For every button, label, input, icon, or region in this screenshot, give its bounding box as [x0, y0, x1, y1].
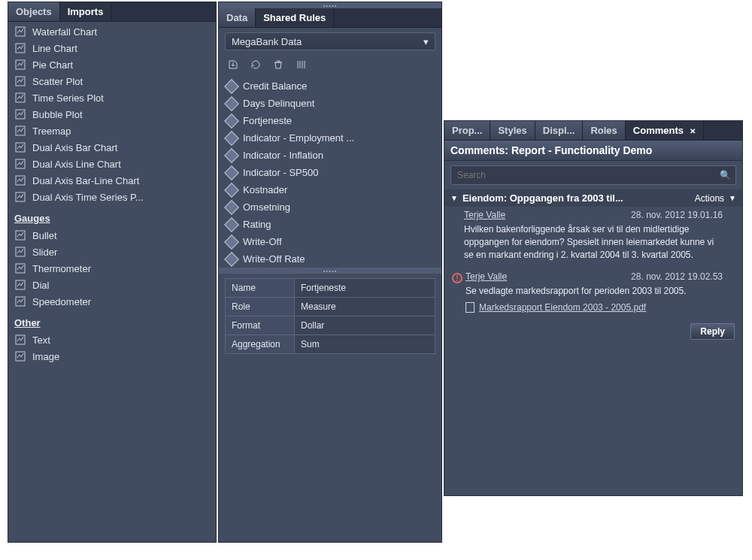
object-item[interactable]: Bubble Plot [8, 106, 216, 123]
thermometer-icon [14, 262, 26, 274]
data-item[interactable]: Omsetning [219, 198, 441, 216]
data-item[interactable]: Write-Off [219, 233, 441, 250]
comments-search[interactable]: 🔍 [450, 165, 736, 185]
object-item[interactable]: Thermometer [8, 260, 216, 277]
data-item[interactable]: Fortjeneste [219, 112, 441, 129]
properties-table: NameFortjenesteRoleMeasureFormatDollarAg… [225, 278, 435, 354]
export-icon[interactable] [226, 58, 240, 71]
prop-value[interactable]: Measure [295, 298, 435, 316]
columns-icon[interactable] [294, 58, 308, 71]
data-item-label: Indicator - SP500 [243, 167, 318, 178]
tab-shared-rules[interactable]: Shared Rules [256, 8, 334, 27]
prop-value[interactable]: Fortjeneste [295, 279, 435, 297]
thread-title: Eiendom: Oppgangen fra 2003 til... [462, 192, 689, 204]
tag-icon [224, 96, 239, 111]
object-item[interactable]: Dial [8, 277, 216, 293]
tab-properties[interactable]: Prop... [444, 121, 490, 140]
data-item[interactable]: Indicator - Employment ... [219, 129, 441, 147]
object-item[interactable]: Slider [8, 244, 216, 260]
thread-header[interactable]: ▼ Eiendom: Oppgangen fra 2003 til... Act… [444, 189, 742, 207]
data-item[interactable]: Indicator - SP500 [219, 164, 441, 181]
tab-roles[interactable]: Roles [583, 121, 625, 140]
image-icon [14, 350, 26, 362]
collapse-icon[interactable]: ▼ [450, 194, 458, 202]
data-item-label: Rating [243, 219, 271, 230]
grip-handle[interactable] [219, 2, 441, 8]
object-item[interactable]: Dual Axis Time Series P... [8, 189, 216, 205]
tag-icon [224, 217, 239, 232]
dial-icon [14, 279, 26, 291]
comment-attachment[interactable]: Markedsrapport Eiendom 2003 - 2005.pdf [465, 302, 723, 313]
objects-tabs: Objects Imports [8, 2, 216, 22]
data-item-label: Omsetning [243, 201, 290, 213]
object-item[interactable]: Text [8, 331, 216, 348]
object-item[interactable]: Dual Axis Bar Chart [8, 139, 216, 156]
object-item-label: Line Chart [32, 43, 77, 54]
table-row: RoleMeasure [226, 298, 435, 316]
object-item[interactable]: Dual Axis Bar-Line Chart [8, 172, 216, 189]
section-header: Other [8, 313, 216, 331]
prop-name: Role [226, 298, 295, 316]
grip-handle[interactable] [219, 268, 441, 274]
data-item[interactable]: Credit Balance [219, 77, 441, 95]
tag-icon [224, 79, 239, 94]
datasource-select[interactable]: MegaBank Data ▾ [225, 32, 435, 50]
object-item[interactable]: Speedometer [8, 293, 216, 310]
object-item-label: Dual Axis Bar-Line Chart [32, 175, 139, 186]
object-item-label: Dual Axis Time Series P... [32, 192, 144, 203]
tag-icon [224, 200, 239, 215]
pie-chart-icon [14, 59, 26, 71]
search-input[interactable] [456, 168, 720, 183]
object-item[interactable]: Line Chart [8, 40, 216, 56]
object-item-label: Dual Axis Bar Chart [32, 142, 117, 153]
data-item[interactable]: Rating [219, 216, 441, 233]
tab-display[interactable]: Displ... [535, 121, 584, 140]
chevron-down-icon[interactable]: ▼ [729, 194, 736, 202]
object-item[interactable]: Bullet [8, 227, 216, 244]
table-row: AggregationSum [226, 335, 435, 353]
reply-button[interactable]: Reply [690, 323, 735, 340]
tab-data[interactable]: Data [219, 8, 256, 27]
object-item[interactable]: Dual Axis Line Chart [8, 156, 216, 172]
data-item-label: Days Delinquent [243, 98, 314, 109]
tab-comments[interactable]: Comments ✕ [626, 121, 704, 140]
treemap-icon [14, 125, 26, 137]
objects-list: Waterfall ChartLine ChartPie ChartScatte… [8, 22, 216, 366]
data-item[interactable]: Write-Off Rate [219, 250, 441, 268]
object-item[interactable]: Pie Chart [8, 56, 216, 73]
right-tabs: Prop... Styles Displ... Roles Comments ✕ [444, 121, 742, 141]
data-item[interactable]: Indicator - Inflation [219, 147, 441, 164]
object-item-label: Slider [32, 247, 57, 258]
data-item-label: Indicator - Employment ... [243, 132, 354, 144]
trash-icon[interactable] [271, 58, 285, 71]
tab-styles[interactable]: Styles [490, 121, 535, 140]
datasource-label: MegaBank Data [232, 36, 302, 47]
close-icon[interactable]: ✕ [690, 127, 696, 135]
slider-icon [14, 246, 26, 258]
data-item[interactable]: Kostnader [219, 181, 441, 198]
comment-author[interactable]: Terje Valle [464, 210, 505, 220]
tag-icon [224, 165, 239, 180]
data-item[interactable]: Days Delinquent [219, 95, 441, 112]
prop-value[interactable]: Sum [295, 335, 435, 353]
object-item-label: Text [32, 334, 50, 346]
prop-value[interactable]: Dollar [295, 316, 435, 334]
comment-author[interactable]: Terje Valle [465, 271, 507, 282]
dual-bar-icon [14, 141, 26, 153]
object-item[interactable]: Image [8, 348, 216, 365]
data-items-list: Credit BalanceDays DelinquentFortjeneste… [219, 77, 441, 268]
tab-objects[interactable]: Objects [8, 2, 60, 21]
object-item-label: Bubble Plot [32, 109, 83, 120]
tab-imports[interactable]: Imports [60, 2, 112, 21]
object-item[interactable]: Waterfall Chart [8, 23, 216, 40]
object-item-label: Thermometer [32, 263, 91, 274]
object-item-label: Speedometer [32, 296, 91, 307]
object-item[interactable]: Scatter Plot [8, 73, 216, 89]
text-icon [14, 334, 26, 346]
data-item-label: Write-Off Rate [243, 253, 305, 265]
comment-date: 28. nov. 2012 19.02.53 [631, 271, 723, 282]
object-item[interactable]: Treemap [8, 123, 216, 139]
refresh-icon[interactable] [249, 58, 262, 71]
object-item[interactable]: Time Series Plot [8, 89, 216, 106]
thread-actions[interactable]: Actions [695, 193, 724, 204]
